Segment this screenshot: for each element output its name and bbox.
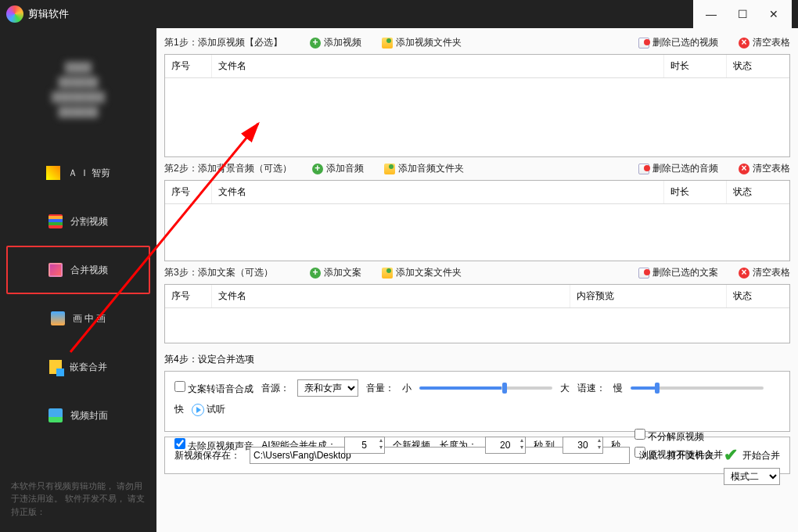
remove-icon bbox=[638, 164, 649, 174]
minimize-button[interactable]: — bbox=[706, 9, 717, 20]
clear-video-table-button[interactable]: 清空表格 bbox=[739, 36, 790, 49]
sidebar-item-pip[interactable]: 画 中 画 bbox=[0, 294, 156, 343]
step4-label: 第4步：设定合并选项 bbox=[164, 353, 790, 366]
voice-label: 音源： bbox=[261, 382, 289, 395]
sidebar-item-label: 分割视频 bbox=[70, 215, 108, 228]
clear-icon bbox=[739, 268, 749, 279]
folder-icon bbox=[382, 268, 393, 279]
add-text-folder-button[interactable]: 添加文案文件夹 bbox=[382, 266, 462, 279]
video-table: 序号 文件名 时长 状态 bbox=[164, 54, 790, 157]
close-button[interactable]: ✕ bbox=[768, 9, 779, 20]
col-filename: 文件名 bbox=[212, 55, 664, 77]
start-merge-button[interactable]: ✔ 开始合并 bbox=[724, 445, 780, 466]
step1-toolbar: 第1步：添加原视频【必选】 添加视频 添加视频文件夹 删除已选的视频 清空表格 bbox=[164, 36, 790, 49]
check-icon: ✔ bbox=[724, 445, 738, 466]
step2-label: 第2步：添加背景音频（可选） bbox=[164, 162, 292, 175]
col-status: 状态 bbox=[727, 285, 789, 307]
delete-selected-audio-button[interactable]: 删除已选的音频 bbox=[638, 162, 718, 175]
sidebar-item-label: 合并视频 bbox=[70, 264, 108, 277]
tts-checkbox[interactable]: 文案转语音合成 bbox=[174, 381, 253, 396]
sidebar-item-ai-edit[interactable]: Ａ Ｉ 智剪 bbox=[0, 149, 156, 197]
preview-voice-button[interactable]: 试听 bbox=[192, 403, 225, 416]
add-text-button[interactable]: 添加文案 bbox=[310, 266, 361, 279]
sidebar-user-blurred: ████████████████████████ bbox=[52, 60, 105, 120]
save-path-label: 新视频保存在： bbox=[174, 449, 240, 462]
sidebar-item-nested-merge[interactable]: 嵌套合并 bbox=[0, 343, 156, 391]
col-index: 序号 bbox=[165, 181, 212, 203]
browse-button[interactable]: 浏览 bbox=[639, 449, 658, 462]
app-title: 剪辑软件 bbox=[28, 7, 69, 21]
nested-icon bbox=[49, 360, 62, 374]
remove-icon bbox=[638, 268, 649, 279]
voice-select[interactable]: 亲和女声 bbox=[297, 379, 358, 397]
volume-slider[interactable] bbox=[419, 386, 552, 390]
wand-icon bbox=[46, 166, 60, 180]
sidebar-footer-text: 本软件只有视频剪辑功能， 请勿用于违法用途。 软件开发不易， 请支持正版： bbox=[0, 472, 156, 533]
step2-toolbar: 第2步：添加背景音频（可选） 添加音频 添加音频文件夹 删除已选的音频 清空表格 bbox=[164, 162, 790, 175]
delete-selected-video-button[interactable]: 删除已选的视频 bbox=[638, 36, 718, 49]
delete-selected-text-button[interactable]: 删除已选的文案 bbox=[638, 266, 718, 279]
sidebar-item-video-cover[interactable]: 视频封面 bbox=[0, 391, 156, 440]
col-filename: 文件名 bbox=[212, 181, 664, 203]
mode-select[interactable]: 模式二 bbox=[724, 468, 780, 485]
maximize-button[interactable]: ☐ bbox=[737, 9, 748, 20]
step3-toolbar: 第3步：添加文案（可选） 添加文案 添加文案文件夹 删除已选的文案 清空表格 bbox=[164, 266, 790, 279]
cover-icon bbox=[49, 408, 63, 422]
clear-text-table-button[interactable]: 清空表格 bbox=[739, 266, 790, 279]
add-audio-folder-button[interactable]: 添加音频文件夹 bbox=[384, 162, 464, 175]
sidebar-item-merge-video[interactable]: 合并视频 bbox=[6, 246, 150, 294]
ai-count-spinner[interactable]: 5 bbox=[344, 437, 385, 454]
merge-icon bbox=[49, 263, 63, 277]
pip-icon bbox=[51, 311, 65, 325]
plus-icon bbox=[312, 164, 323, 174]
step1-label: 第1步：添加原视频【必选】 bbox=[164, 36, 289, 49]
col-index: 序号 bbox=[165, 55, 212, 77]
col-duration: 时长 bbox=[664, 55, 727, 77]
folder-icon bbox=[382, 38, 393, 49]
col-status: 状态 bbox=[727, 55, 789, 77]
add-video-folder-button[interactable]: 添加视频文件夹 bbox=[382, 36, 462, 49]
col-status: 状态 bbox=[727, 181, 789, 203]
add-video-button[interactable]: 添加视频 bbox=[310, 36, 361, 49]
sidebar-user-area: ████████████████████████ bbox=[0, 31, 156, 149]
no-decompose-checkbox[interactable]: 不分解原视频 bbox=[634, 429, 723, 444]
col-duration: 时长 bbox=[664, 181, 727, 203]
title-bar: 剪辑软件 — ☐ ✕ bbox=[0, 0, 798, 28]
remove-icon bbox=[638, 38, 649, 49]
plus-icon bbox=[310, 268, 321, 279]
audio-table: 序号 文件名 时长 状态 bbox=[164, 180, 790, 261]
sidebar-item-label: 嵌套合并 bbox=[70, 361, 107, 374]
folder-icon bbox=[384, 164, 395, 174]
main-panel: 第1步：添加原视频【必选】 添加视频 添加视频文件夹 删除已选的视频 清空表格 … bbox=[156, 28, 798, 532]
volume-label: 音量： bbox=[366, 382, 394, 395]
sidebar-item-label: 视频封面 bbox=[70, 409, 108, 422]
col-filename: 文件名 bbox=[212, 285, 570, 307]
add-audio-button[interactable]: 添加音频 bbox=[312, 162, 364, 175]
clear-audio-table-button[interactable]: 清空表格 bbox=[739, 162, 790, 175]
split-icon bbox=[49, 214, 63, 228]
open-folder-button[interactable]: 打开文件夹 bbox=[667, 449, 714, 462]
col-preview: 内容预览 bbox=[570, 285, 727, 307]
speed-slider[interactable] bbox=[631, 386, 764, 390]
sidebar-item-label: 画 中 画 bbox=[73, 312, 106, 325]
step4-options-row: 文案转语音合成 音源： 亲和女声 音量： 小 大 语速： 慢 快 试听 去除原视… bbox=[164, 371, 790, 432]
sidebar-item-label: Ａ Ｉ 智剪 bbox=[68, 167, 111, 180]
step3-label: 第3步：添加文案（可选） bbox=[164, 266, 289, 279]
window-controls: — ☐ ✕ bbox=[693, 0, 792, 28]
sidebar-item-split-video[interactable]: 分割视频 bbox=[0, 197, 156, 246]
length-from-spinner[interactable]: 20 bbox=[485, 437, 526, 454]
clear-icon bbox=[739, 164, 749, 174]
sidebar: ████████████████████████ Ａ Ｉ 智剪 分割视频 合并视… bbox=[0, 28, 156, 532]
play-icon bbox=[192, 404, 204, 416]
length-to-spinner[interactable]: 30 bbox=[563, 437, 603, 454]
plus-icon bbox=[310, 38, 321, 49]
app-logo-icon bbox=[6, 5, 23, 23]
clear-icon bbox=[739, 38, 749, 49]
text-table: 序号 文件名 内容预览 状态 bbox=[164, 284, 790, 343]
speed-label: 语速： bbox=[577, 382, 606, 395]
col-index: 序号 bbox=[165, 285, 212, 307]
